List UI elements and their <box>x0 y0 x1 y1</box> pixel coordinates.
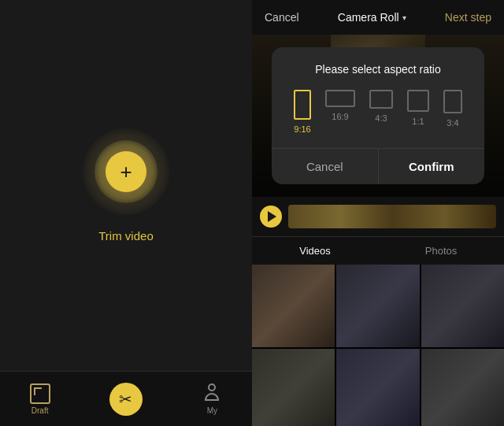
aspect-label-4-3: 4:3 <box>375 113 387 123</box>
aspect-label-9-16: 9:16 <box>294 124 310 134</box>
aspect-rect-9-16 <box>294 90 311 120</box>
aspect-3-4[interactable]: 3:4 <box>443 90 462 134</box>
cancel-button[interactable]: Cancel <box>265 11 299 24</box>
nav-item-draft[interactable]: Draft <box>30 383 50 415</box>
aspect-rect-16-9 <box>325 90 355 107</box>
nav-item-my[interactable]: My <box>202 383 222 415</box>
media-cell-4[interactable] <box>252 349 335 426</box>
modal-overlay: Please select aspect ratio 9:16 16:9 <box>252 35 504 197</box>
aspect-options: 9:16 16:9 4:3 1:1 <box>284 90 472 134</box>
right-panel: Cancel Camera Roll ▾ Next step Please se… <box>252 0 504 426</box>
trim-video-label: Trim video <box>98 229 153 243</box>
modal-cancel-button[interactable]: Cancel <box>272 149 379 184</box>
aspect-4-3[interactable]: 4:3 <box>369 90 393 134</box>
media-tabs: Videos Photos <box>252 236 504 265</box>
timeline-track <box>288 205 496 228</box>
camera-roll-title[interactable]: Camera Roll ▾ <box>338 11 406 24</box>
next-step-button[interactable]: Next step <box>445 11 491 24</box>
aspect-ratio-modal: Please select aspect ratio 9:16 16:9 <box>272 47 484 184</box>
timeline-area <box>252 197 504 236</box>
media-cell-2[interactable] <box>336 265 419 347</box>
tab-videos[interactable]: Videos <box>252 237 378 265</box>
modal-actions: Cancel Confirm <box>272 148 484 184</box>
play-button[interactable] <box>260 206 282 228</box>
tab-photos[interactable]: Photos <box>378 237 504 265</box>
aspect-label-1-1: 1:1 <box>412 117 424 126</box>
upload-area[interactable]: + Trim video <box>83 0 169 371</box>
media-grid <box>252 265 504 427</box>
chevron-down-icon: ▾ <box>402 13 406 22</box>
media-cell-1[interactable] <box>252 265 335 347</box>
preview-area: Please select aspect ratio 9:16 16:9 <box>252 35 504 197</box>
scissors-icon: ✂ <box>109 383 143 416</box>
draft-label: Draft <box>32 406 49 415</box>
aspect-16-9[interactable]: 16:9 <box>325 90 355 134</box>
left-panel: + Trim video Draft ✂ My <box>0 0 252 426</box>
aspect-label-16-9: 16:9 <box>332 112 348 121</box>
media-cell-3[interactable] <box>421 265 504 347</box>
modal-title: Please select aspect ratio <box>284 63 472 76</box>
aspect-label-3-4: 3:4 <box>447 118 458 128</box>
aspect-rect-3-4 <box>443 90 462 113</box>
top-bar: Cancel Camera Roll ▾ Next step <box>252 0 504 35</box>
bottom-nav: Draft ✂ My <box>0 371 252 426</box>
play-icon <box>268 211 276 222</box>
aspect-rect-4-3 <box>369 90 393 109</box>
my-label: My <box>207 406 217 415</box>
aspect-rect-1-1 <box>407 90 429 112</box>
draft-icon <box>30 383 50 404</box>
media-cell-5[interactable] <box>336 349 419 426</box>
modal-confirm-button[interactable]: Confirm <box>379 149 485 184</box>
upload-circle-outer: + <box>83 128 169 215</box>
media-cell-6[interactable] <box>421 349 504 426</box>
nav-item-create[interactable]: ✂ <box>109 383 143 416</box>
upload-button[interactable]: + <box>106 151 146 192</box>
timeline-fill <box>288 205 496 228</box>
person-icon <box>202 383 222 404</box>
upload-circle-mid: + <box>94 140 158 203</box>
aspect-1-1[interactable]: 1:1 <box>407 90 429 134</box>
aspect-9-16[interactable]: 9:16 <box>294 90 311 134</box>
